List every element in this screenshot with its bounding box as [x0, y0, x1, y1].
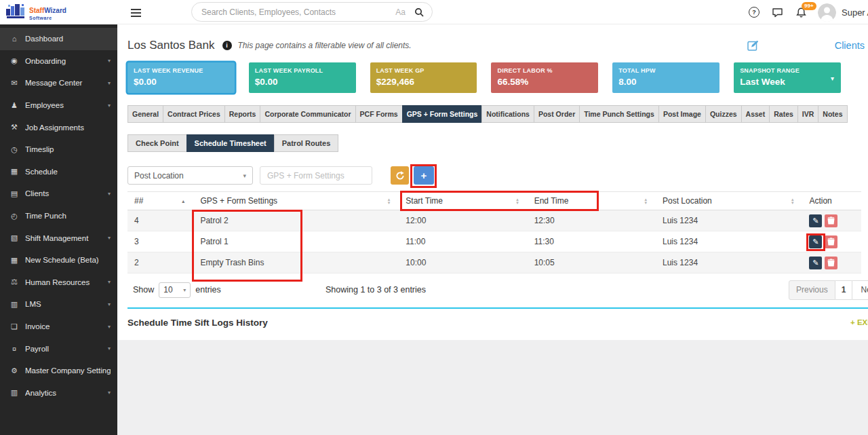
- page-size-select[interactable]: 10 ▾: [159, 282, 191, 298]
- sort-icon[interactable]: ▴▾: [388, 197, 391, 204]
- timesheet-table: ## ▴ GPS + Form Settings ▴▾ Start Time ▴…: [127, 191, 861, 273]
- kpi-last-week-revenue[interactable]: LAST WEEK REVENUE $0.00: [127, 62, 235, 93]
- column-header-label: Start Time: [406, 196, 443, 206]
- sidebar-item-lms[interactable]: ▥ LMS ▾: [0, 293, 117, 316]
- column-header-post-location[interactable]: Post Location ▴▾: [656, 196, 802, 206]
- schedule-icon: ▦: [9, 167, 20, 176]
- search-icon[interactable]: [414, 7, 424, 17]
- search-input[interactable]: [201, 7, 395, 17]
- delete-button[interactable]: [825, 257, 837, 269]
- sidebar-item-timeslip[interactable]: ◷ Timeslip: [0, 138, 117, 161]
- lms-icon: ▥: [9, 300, 20, 309]
- edit-button[interactable]: ✎: [809, 257, 822, 269]
- add-button[interactable]: +: [414, 166, 434, 185]
- kpi-label: SNAPSHOT RANGE: [740, 67, 835, 74]
- column-header-id[interactable]: ## ▴: [127, 196, 193, 206]
- sidebar-item-employees[interactable]: ♟ Employees ▾: [0, 94, 117, 117]
- gps-form-settings-input[interactable]: [260, 166, 372, 185]
- sidebar-item-human-resources[interactable]: ⚖ Human Resources ▾: [0, 271, 117, 294]
- tab-rates[interactable]: Rates: [769, 105, 798, 123]
- feedback-icon[interactable]: [772, 7, 783, 18]
- export-link[interactable]: + EXPORT: [850, 318, 868, 326]
- sidebar-item-analytics[interactable]: ▥ Analytics ▾: [0, 382, 117, 404]
- tab-bar: General Contract Prices Reports Corporat…: [127, 105, 848, 123]
- sidebar-item-clients[interactable]: ▤ Clients ▾: [0, 183, 117, 205]
- sidebar-menu: ⌂ Dashboard ◉ Onboarding ▾ ✉ Message Cen…: [0, 24, 117, 404]
- kpi-label: TOTAL HPW: [618, 67, 713, 74]
- sidebar-item-shift-management[interactable]: ▧ Shift Management ▾: [0, 227, 117, 249]
- avatar[interactable]: [818, 3, 836, 22]
- sort-icon[interactable]: ▴▾: [791, 197, 794, 204]
- tab-reports[interactable]: Reports: [224, 105, 261, 123]
- column-header-label: Post Location: [663, 196, 712, 206]
- post-location-select[interactable]: Post Location ▾: [127, 166, 253, 185]
- help-icon[interactable]: ?: [749, 7, 760, 18]
- previous-page-button[interactable]: Previous: [789, 280, 835, 300]
- tab-time-punch-settings[interactable]: Time Punch Settings: [579, 105, 659, 123]
- column-header-gps-form-settings[interactable]: GPS + Form Settings ▴▾: [193, 196, 399, 206]
- cell-start-time: 11:00: [399, 237, 527, 246]
- cell-gps-form-settings: Empty Trash Bins: [193, 258, 399, 267]
- delete-button[interactable]: [825, 214, 837, 227]
- page-title: Los Santos Bank: [127, 39, 215, 52]
- subtab-schedule-timesheet[interactable]: Schedule Timesheet: [186, 134, 275, 152]
- menu-toggle-icon[interactable]: [131, 9, 141, 19]
- app-logo[interactable]: StaffWizard Software: [0, 0, 117, 24]
- tab-ivr[interactable]: IVR: [797, 105, 819, 123]
- tab-pcf-forms[interactable]: PCF Forms: [355, 105, 403, 123]
- pencil-icon: ✎: [812, 238, 818, 246]
- delete-button[interactable]: [825, 235, 837, 248]
- kpi-total-hpw[interactable]: TOTAL HPW 8.00: [612, 62, 719, 93]
- kpi-direct-labor[interactable]: DIRECT LABOR % 66.58%: [491, 62, 598, 93]
- tab-quizzes[interactable]: Quizzes: [705, 105, 742, 123]
- sort-icon[interactable]: ▴: [182, 200, 184, 203]
- job-assignments-icon: ⚒: [9, 123, 20, 132]
- kpi-last-week-gp[interactable]: LAST WEEK GP $229,466: [370, 62, 477, 93]
- tab-corporate-communicator[interactable]: Corporate Communicator: [260, 105, 355, 123]
- subtab-patrol-routes[interactable]: Patrol Routes: [274, 134, 339, 152]
- next-page-button[interactable]: Next: [852, 280, 868, 300]
- sidebar-item-onboarding[interactable]: ◉ Onboarding ▾: [0, 50, 117, 73]
- sort-icon[interactable]: ▴▾: [645, 197, 648, 204]
- current-page-button[interactable]: 1: [835, 280, 852, 300]
- column-header-end-time[interactable]: End Time ▴▾: [528, 196, 656, 206]
- cell-start-time: 10:00: [399, 258, 527, 267]
- chevron-down-icon: ▾: [108, 390, 111, 396]
- sidebar-item-dashboard[interactable]: ⌂ Dashboard: [0, 28, 117, 50]
- sort-icon[interactable]: ▴▾: [516, 197, 519, 204]
- tab-general[interactable]: General: [127, 105, 163, 123]
- tab-post-image[interactable]: Post Image: [658, 105, 706, 123]
- analytics-icon: ▥: [9, 388, 20, 397]
- sidebar-item-master-company-settings[interactable]: ⚙ Master Company Settings: [0, 360, 117, 382]
- tab-notifications[interactable]: Notifications: [481, 105, 534, 123]
- message-center-icon: ✉: [9, 79, 20, 88]
- edit-button[interactable]: ✎: [809, 235, 822, 248]
- brand-name-sub: Software: [29, 16, 66, 20]
- sidebar-item-message-center[interactable]: ✉ Message Center ▾: [0, 72, 117, 94]
- invoice-icon: ❏: [9, 322, 20, 331]
- edit-button[interactable]: ✎: [809, 214, 822, 227]
- subtab-check-point[interactable]: Check Point: [127, 134, 187, 152]
- tab-gps-form-settings[interactable]: GPS + Form Settings: [402, 105, 483, 123]
- tab-post-order[interactable]: Post Order: [534, 105, 580, 123]
- kpi-snapshot-range[interactable]: SNAPSHOT RANGE Last Week ▾: [734, 62, 841, 93]
- edit-page-icon[interactable]: [747, 40, 758, 51]
- cell-actions: ✎: [802, 257, 861, 269]
- tab-contract-prices[interactable]: Contract Prices: [163, 105, 225, 123]
- clients-link[interactable]: Clients: [835, 40, 865, 51]
- notifications-bell-icon[interactable]: 99+: [795, 7, 807, 18]
- shift-management-icon: ▧: [9, 233, 20, 242]
- sidebar-item-new-schedule-beta[interactable]: ▦ New Schedule (Beta): [0, 249, 117, 271]
- sidebar-item-payroll[interactable]: ¤ Payroll ▾: [0, 337, 117, 360]
- font-size-toggle[interactable]: Aa: [395, 7, 406, 17]
- kpi-last-week-payroll[interactable]: LAST WEEK PAYROLL $0.00: [249, 62, 356, 93]
- sidebar-item-job-assignments[interactable]: ⚒ Job Assignments: [0, 116, 117, 138]
- tab-asset[interactable]: Asset: [741, 105, 770, 123]
- user-menu[interactable]: Super Admin: [842, 7, 868, 18]
- sidebar-item-invoice[interactable]: ❏ Invoice ▾: [0, 316, 117, 338]
- tab-notes[interactable]: Notes: [818, 105, 847, 123]
- sidebar-item-schedule[interactable]: ▦ Schedule: [0, 161, 117, 183]
- column-header-start-time[interactable]: Start Time ▴▾: [399, 196, 527, 206]
- refresh-button[interactable]: [391, 166, 409, 185]
- sidebar-item-time-punch[interactable]: ◴ Time Punch: [0, 205, 117, 227]
